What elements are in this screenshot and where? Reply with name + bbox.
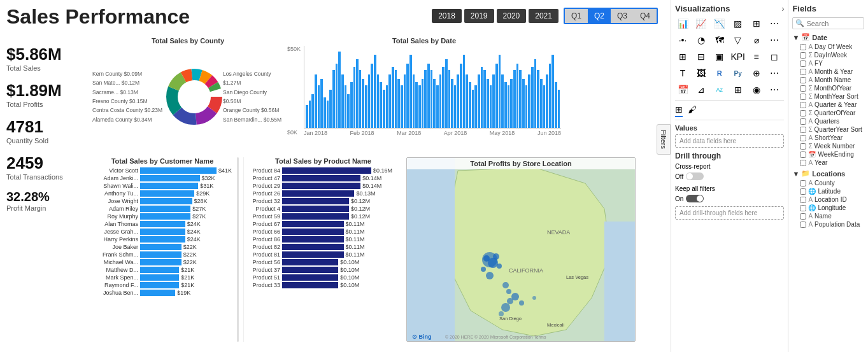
viz-icon-r[interactable]: R xyxy=(712,67,727,80)
field-monthofyear-check[interactable] xyxy=(800,85,806,92)
viz-icon-pie[interactable]: ◔ xyxy=(694,34,709,46)
field-monthyear-sort-check[interactable] xyxy=(800,94,806,100)
field-quarters-check[interactable] xyxy=(800,118,806,125)
field-day-of-week-check[interactable] xyxy=(800,44,806,50)
date-section-header[interactable]: ▼ 📅 Date xyxy=(792,33,864,41)
field-weekending-check[interactable] xyxy=(800,151,806,158)
year-btn-2018[interactable]: 2018 xyxy=(432,9,462,23)
viz-icon-gauge[interactable]: ⌀ xyxy=(749,34,764,46)
viz-icon-funnel[interactable]: ▽ xyxy=(730,34,746,46)
viz-icon-map[interactable]: 🗺 xyxy=(712,34,727,46)
viz-icon-combo[interactable]: ⊞ xyxy=(749,17,764,30)
viz-icon-bar[interactable]: 📊 xyxy=(675,17,690,30)
viz-icon-column[interactable]: 📈 xyxy=(694,17,709,30)
quarter-btn-q3[interactable]: Q3 xyxy=(611,9,634,23)
viz-icon-line[interactable]: 📉 xyxy=(712,17,727,30)
field-population-data-check[interactable] xyxy=(800,222,806,228)
viz-icon-custom[interactable]: ⋯ xyxy=(767,67,782,80)
filters-side-tab[interactable]: Filters xyxy=(657,124,671,155)
viz-tab-fields[interactable]: ⊞ xyxy=(675,104,683,117)
kpi-total-profits-label: Total Profits xyxy=(6,101,63,108)
viz-icon-more2[interactable]: ⋯ xyxy=(767,34,782,46)
field-fy-check[interactable] xyxy=(800,60,806,67)
viz-icon-extra2[interactable]: ◉ xyxy=(749,83,764,96)
field-month-year-label: Month & Year xyxy=(815,68,853,75)
field-quarteryear-sort-label: QuarterYear Sort xyxy=(815,126,862,133)
viz-icon-more1[interactable]: ⋯ xyxy=(767,17,782,30)
viz-panel-expand[interactable]: › xyxy=(781,4,784,13)
field-longitude-check[interactable] xyxy=(800,205,806,211)
year-btn-2020[interactable]: 2020 xyxy=(497,9,527,23)
year-btn-2021[interactable]: 2021 xyxy=(529,9,559,23)
customer-bar-fill xyxy=(140,267,179,273)
locations-section-header[interactable]: ▼ 📁 Locations xyxy=(792,169,864,178)
viz-icon-azure[interactable]: Az xyxy=(712,83,727,96)
text-field-icon-fy: A xyxy=(808,60,813,67)
viz-icon-scatter[interactable]: ·•· xyxy=(675,34,690,46)
fields-search-input[interactable] xyxy=(806,20,861,27)
add-drill-fields-box[interactable]: Add drill-through fields here xyxy=(675,206,784,220)
bar-item xyxy=(519,70,522,128)
bar-item xyxy=(311,94,314,128)
quarter-btn-q4[interactable]: Q4 xyxy=(634,9,657,23)
off-toggle-group: Off xyxy=(675,172,784,180)
field-name-check[interactable] xyxy=(800,213,806,220)
quarter-btn-q1[interactable]: Q1 xyxy=(565,9,588,23)
field-week-number-check[interactable] xyxy=(800,143,806,150)
viz-icon-area[interactable]: ▨ xyxy=(730,17,746,30)
bar-item xyxy=(422,79,424,128)
viz-icon-python[interactable]: Py xyxy=(730,67,746,80)
customer-bar-fill xyxy=(140,229,185,235)
viz-icon-image[interactable]: 🖼 xyxy=(694,67,709,80)
field-quarter-year-check[interactable] xyxy=(800,102,806,108)
field-quarteryear-sort-check[interactable] xyxy=(800,127,806,133)
keep-filters-label: Keep all filters xyxy=(675,185,715,192)
field-latitude-check[interactable] xyxy=(800,188,806,195)
product-bar-value: $0.10M xyxy=(340,274,359,281)
product-chart: Total Sales by Product Name Product 84$0… xyxy=(243,157,402,342)
viz-icon-matrix[interactable]: ⊟ xyxy=(694,50,709,63)
product-bars-list[interactable]: Product 84$0.16MProduct 47$0.14MProduct … xyxy=(244,167,402,290)
customer-bar-row: Joe Baker$22K xyxy=(92,244,232,250)
crossreport-row: Cross-report xyxy=(675,163,784,170)
text-field-icon-my: A xyxy=(808,68,813,75)
keep-filters-toggle[interactable] xyxy=(686,195,704,202)
viz-icon-extra1[interactable]: ⊞ xyxy=(730,83,746,96)
product-bar-value: $0.11M xyxy=(346,229,365,235)
field-month-name-check[interactable] xyxy=(800,77,806,83)
svg-point-28 xyxy=(501,303,510,312)
text-field-icon-sy: A xyxy=(808,134,813,141)
viz-icons-row3: ⊞ ⊟ ▣ KPI ≡ ◻ xyxy=(675,50,784,63)
quarter-btn-q2[interactable]: Q2 xyxy=(588,9,611,23)
product-bar-value: $0.14M xyxy=(362,175,381,181)
viz-icon-table[interactable]: ⊞ xyxy=(675,50,690,63)
viz-icon-shape[interactable]: ◻ xyxy=(767,50,782,63)
viz-icon-kpi[interactable]: KPI xyxy=(730,50,746,63)
viz-icon-card[interactable]: ▣ xyxy=(712,50,727,63)
field-location-id-check[interactable] xyxy=(800,197,806,203)
viz-icon-calendar[interactable]: 📅 xyxy=(675,83,690,96)
viz-icon-slicer[interactable]: ≡ xyxy=(749,50,764,63)
cross-report-toggle[interactable] xyxy=(686,172,704,180)
field-year-check[interactable] xyxy=(800,160,806,166)
search-icon: 🔍 xyxy=(795,19,804,27)
viz-icon-textbox[interactable]: T xyxy=(675,67,690,80)
field-dayinweek-check[interactable] xyxy=(800,52,806,59)
viz-panel-title: Visualizations xyxy=(675,4,730,13)
field-county-check[interactable] xyxy=(800,180,806,187)
add-data-fields-box[interactable]: Add data fields here xyxy=(675,134,784,148)
bar-item xyxy=(327,101,329,128)
field-quarterofyear-check[interactable] xyxy=(800,110,806,116)
viz-icon-filter2[interactable]: ⊿ xyxy=(694,83,709,96)
viz-tab-format[interactable]: 🖌 xyxy=(688,104,697,117)
viz-icon-extra3[interactable]: ⋯ xyxy=(767,83,782,96)
product-bar-label: Product 67 xyxy=(244,221,282,227)
field-month-year-check[interactable] xyxy=(800,69,806,75)
product-bar-row: Product 32$0.12M xyxy=(244,198,402,204)
svg-point-24 xyxy=(506,289,511,294)
field-shortyear-check[interactable] xyxy=(800,135,806,141)
viz-icon-decomp[interactable]: ⊕ xyxy=(749,67,764,80)
year-btn-2019[interactable]: 2019 xyxy=(464,9,494,23)
field-monthyear-sort: Σ MonthYear Sort xyxy=(792,92,864,101)
customer-bars-list[interactable]: Victor Scott$41KAdam Jenki...$32KShawn W… xyxy=(92,167,232,297)
